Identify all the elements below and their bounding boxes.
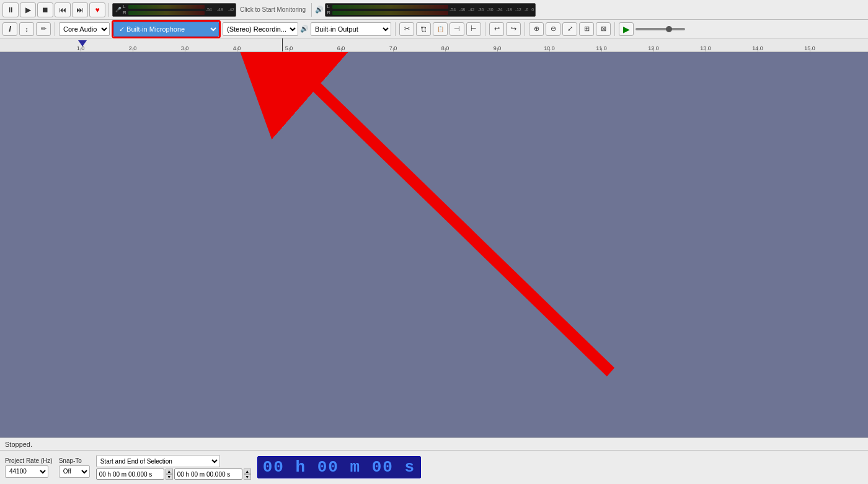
ruler-line-14.0 — [758, 48, 758, 51]
ruler-line-10.0 — [549, 48, 550, 51]
click-monitor-label[interactable]: Click to Start Monitoring — [237, 6, 308, 13]
selection-start-row: 00 h 00 m 00.000 s ▲ ▼ 00 h 00 m 00.000 … — [96, 469, 251, 480]
ruler-line-8.0 — [445, 48, 446, 51]
out-tick-24: -24 — [497, 7, 503, 12]
output-meter: L R -54 -48 -42 -36 -30 -24 -18 -12 -6 0 — [325, 3, 536, 17]
svg-line-0 — [301, 72, 611, 372]
redo-button[interactable]: ↪ — [506, 22, 521, 36]
separator-7 — [614, 22, 615, 36]
out-tick-18: -18 — [506, 7, 512, 12]
project-rate-label: Project Rate (Hz) — [5, 457, 53, 464]
ruler-line-13.0 — [706, 48, 706, 51]
input-tick-54: -54 — [206, 7, 212, 12]
out-tick-48: -48 — [459, 7, 465, 12]
out-tick-0: 0 — [531, 7, 534, 12]
selection-end-stepper[interactable]: ▲ ▼ — [244, 469, 251, 480]
zoom-sel-button[interactable]: ⊞ — [579, 22, 594, 36]
paste-button[interactable]: 📋 — [433, 22, 448, 36]
copy-button[interactable]: ⿻ — [416, 22, 431, 36]
time-display-value: 00 h 00 m 00 s — [263, 458, 415, 477]
status-text: Stopped. — [5, 441, 32, 448]
ruler-line-7.0 — [393, 48, 394, 51]
status-bar: Stopped. — [0, 438, 868, 450]
ruler-line-15.0 — [810, 48, 810, 51]
time-display: 00 h 00 m 00 s — [257, 456, 421, 478]
play-button[interactable]: ▶ — [20, 2, 36, 17]
separator-5 — [485, 22, 485, 36]
ruler-line-12.0 — [653, 48, 654, 51]
recording-channels-select[interactable]: (Stereo) Recordin... — [223, 22, 298, 36]
selection-start-field[interactable]: 00 h 00 m 00.000 s — [96, 469, 164, 480]
ruler-line-3.0 — [185, 48, 185, 51]
zoom-norm-button[interactable]: ⊠ — [596, 22, 611, 36]
snap-to-select[interactable]: Off — [59, 465, 90, 478]
separator-6 — [525, 22, 525, 36]
selection-end-field[interactable]: 00 h 00 m 00.000 s — [174, 469, 242, 480]
zoom-in-button[interactable]: ⊕ — [529, 22, 544, 36]
ruler-line-4.0 — [237, 48, 237, 51]
toolbar-edit: I ↕ ✏ Core Audio ✓ Built-in Microphone (… — [0, 20, 868, 38]
annotation-arrow — [0, 52, 868, 438]
separator-1 — [108, 3, 109, 17]
draw-tool-button[interactable]: ✏ — [36, 22, 51, 36]
sel-start-down[interactable]: ▼ — [166, 474, 173, 480]
input-tick-48: -48 — [217, 7, 223, 12]
project-rate-select[interactable]: 44100 — [5, 465, 48, 478]
cut-button[interactable]: ✂ — [399, 22, 414, 36]
main-canvas[interactable] — [0, 52, 868, 438]
out-tick-30: -30 — [487, 7, 494, 12]
trim-button[interactable]: ⊣ — [450, 22, 464, 36]
zoom-out-button[interactable]: ⊖ — [546, 22, 560, 36]
ruler-line-11.0 — [601, 48, 602, 51]
out-tick-36: -36 — [477, 7, 484, 12]
record-button[interactable]: ♥ — [89, 2, 105, 17]
output-volume-icon[interactable]: 🔊 — [300, 25, 309, 33]
goto-end-button[interactable]: ⏭ — [72, 2, 88, 17]
input-meter: 🎤 L R -54 -48 -42 — [112, 3, 236, 17]
output-device-select[interactable]: Built-in Output — [311, 22, 391, 36]
out-tick-54: -54 — [450, 7, 456, 12]
out-tick-12: -12 — [515, 7, 521, 12]
audio-host-select[interactable]: Core Audio — [59, 22, 110, 36]
ruler-line-9.0 — [497, 48, 498, 51]
output-meter-R-label: R — [327, 10, 332, 15]
cursor-tool-button[interactable]: I — [2, 22, 17, 36]
output-meter-icon: 🔊 — [315, 6, 324, 14]
separator-4 — [395, 22, 396, 36]
microphone-select[interactable]: ✓ Built-in Microphone — [113, 22, 219, 37]
input-meter-mic-icon: 🎤 — [115, 7, 122, 12]
select-tool-button[interactable]: ↕ — [19, 22, 34, 36]
ruler-line-6.0 — [341, 48, 342, 51]
goto-begin-button[interactable]: ⏮ — [55, 2, 71, 17]
selection-start-value: 00 h 00 m 00.000 s — [99, 471, 153, 478]
snap-to-box: Snap-To Off — [59, 457, 90, 478]
out-tick-6: -6 — [525, 7, 528, 12]
input-meter-R-label: R — [123, 10, 128, 15]
sel-end-down[interactable]: ▼ — [244, 474, 251, 480]
sel-start-up[interactable]: ▲ — [166, 469, 173, 474]
output-gain-slider[interactable] — [636, 28, 685, 30]
playhead-line — [282, 38, 283, 51]
stop-button[interactable]: ⏹ — [37, 2, 53, 17]
zoom-fit-button[interactable]: ⤢ — [562, 22, 577, 36]
play-green-button[interactable]: ▶ — [619, 22, 634, 36]
ruler-line-2.0 — [133, 48, 133, 51]
selection-start-stepper[interactable]: ▲ ▼ — [166, 469, 173, 480]
selection-type-select[interactable]: Start and End of Selection — [96, 455, 220, 467]
ruler-line-5.0 — [289, 48, 290, 51]
selection-end-value: 00 h 00 m 00.000 s — [177, 471, 231, 478]
separator-2 — [311, 3, 312, 17]
project-rate-box: Project Rate (Hz) 44100 — [5, 457, 53, 478]
silence-button[interactable]: ⊢ — [466, 22, 481, 36]
ruler-line-1.0 — [81, 48, 81, 51]
input-tick-42: -42 — [228, 7, 234, 12]
output-meter-L-label: L — [327, 4, 332, 9]
timeline-ruler[interactable]: 1.02.03.04.05.06.07.08.09.010.011.012.01… — [0, 38, 868, 52]
toolbar-transport: ⏸ ▶ ⏹ ⏮ ⏭ ♥ 🎤 L R -54 -48 -42 Click to S… — [0, 0, 868, 20]
pause-button[interactable]: ⏸ — [2, 2, 19, 17]
sel-end-up[interactable]: ▲ — [244, 469, 251, 474]
undo-button[interactable]: ↩ — [489, 22, 504, 36]
speaker-icon: 🔊 — [315, 6, 324, 14]
mic-dropdown-wrapper: ✓ Built-in Microphone — [112, 20, 221, 38]
bottom-bar: Project Rate (Hz) 44100 Snap-To Off Star… — [0, 450, 868, 484]
